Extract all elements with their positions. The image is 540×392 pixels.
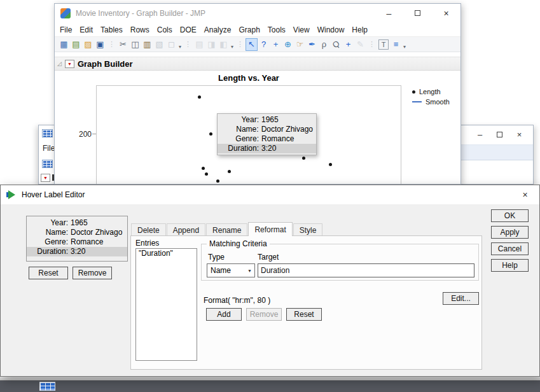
help-button[interactable]: Help [491,259,529,272]
new-data-table-icon[interactable]: ▦ [58,38,70,51]
disclosure-icon[interactable]: ◿ [57,60,62,67]
maximize-button[interactable] [490,126,509,143]
close-button[interactable]: × [432,4,460,22]
data-table-icon[interactable] [39,382,55,391]
save-icon[interactable]: ▣ [94,38,106,51]
toolbar-separator: ⋮ [366,40,377,48]
type-label: Type [208,253,225,262]
chevron-down-icon: ▾ [245,268,254,274]
toolbar-band [461,144,533,160]
legend-label: Smooth [426,98,450,106]
journal-page-icon[interactable]: ▤ [193,38,205,51]
edit-button[interactable]: Edit... [443,292,479,305]
menu-tools[interactable]: Tools [264,24,289,36]
pencil-tool-icon[interactable]: ✎ [354,38,366,51]
toolbar-overflow-icon[interactable]: ▾ [177,44,183,50]
lines-tool-icon[interactable]: ≡ [390,38,402,51]
minimize-button[interactable]: – [375,4,403,22]
close-button[interactable]: × [509,126,529,143]
brush-tool-icon[interactable]: ✒ [306,38,318,51]
textbox-tool-icon[interactable]: T [378,39,389,50]
data-point[interactable] [209,132,212,136]
close-button[interactable]: × [511,185,539,204]
apply-button[interactable]: Apply [491,226,529,239]
tab-rename[interactable]: Rename [206,223,247,236]
copy-icon[interactable]: ◫ [129,38,141,51]
add-button[interactable]: Add [206,308,242,321]
hover-label-row: Name:Doctor Zhivago [218,125,316,134]
tab-strip: DeleteAppendRenameReformatStyle [131,222,323,236]
globe-tool-icon[interactable]: ⊕ [282,38,294,51]
maximize-button[interactable] [403,4,432,22]
menu-rows[interactable]: Rows [127,24,153,36]
tab-delete[interactable]: Delete [131,223,166,236]
hover-label-value: 3:20 [261,144,276,153]
hover-label-value: Doctor Zhivago [261,125,313,134]
menu-window[interactable]: Window [314,24,349,36]
data-point[interactable] [329,163,332,166]
menu-file[interactable]: File [56,24,76,36]
open-icon[interactable]: ▨ [82,38,94,51]
hover-label-value: Romance [71,237,103,247]
title-bar[interactable]: Movie Inventory - Graph Builder - JMP – … [55,4,460,23]
remove-preview-button[interactable]: Remove [73,267,112,279]
red-triangle-menu-icon[interactable]: ▼ [65,60,74,68]
preview-box: Year:1965Name:Doctor ZhivagoGenre:Romanc… [26,216,128,262]
minimize-button[interactable]: – [470,126,490,143]
toolbar-overflow-icon[interactable]: ▾ [402,44,407,50]
paste-icon[interactable]: ▥ [141,38,153,51]
data-point[interactable] [205,172,208,176]
ok-button[interactable]: OK [491,209,529,222]
reset-preview-button[interactable]: Reset [29,267,68,279]
crosshair-tool-icon[interactable]: + [270,38,282,51]
data-point[interactable] [198,95,201,99]
menu-analyze[interactable]: Analyze [200,24,235,36]
hover-label-key: Genre: [30,237,68,247]
jmp-app-icon [60,8,71,18]
data-point[interactable] [302,157,305,160]
data-point[interactable] [228,170,231,173]
new-data-table-icon[interactable] [42,160,53,168]
action-buttons: AddRemoveReset [206,308,322,321]
hover-label-value: Romance [261,134,294,144]
reset-button[interactable]: Reset [286,308,322,321]
menu-graph[interactable]: Graph [235,24,263,36]
report-header[interactable]: ◿ ▼ Graph Builder [55,57,460,71]
menu-tables[interactable]: Tables [97,24,127,36]
layout-page-icon[interactable]: ◨ [205,38,218,51]
cut-icon[interactable]: ✂ [117,38,129,51]
grabber-tool-icon[interactable]: ☞ [294,38,306,51]
target-input[interactable] [258,263,474,277]
tab-append[interactable]: Append [167,223,205,236]
data-point[interactable] [202,167,205,170]
cancel-button[interactable]: Cancel [491,242,529,255]
help-tool-icon[interactable]: ? [258,38,270,51]
toolbar-overflow-icon[interactable]: ▾ [230,44,235,50]
data-table-app-icon [42,129,53,137]
hover-label-row: Year:1965 [27,218,127,228]
entries-list[interactable]: "Duration" [135,248,197,361]
arrow-tool-icon[interactable]: ↖ [246,38,258,51]
dialog-title-bar[interactable]: Hover Label Editor × [1,185,539,204]
hover-label-key: Genre: [221,134,259,144]
tab-reformat[interactable]: Reformat [248,222,292,236]
main-toolbar: ▦▤▨▣⋮✂◫▥▧◻▾⋮▤◨◧▾⋮↖?+⊕☞✒ρϘ+✎⋮T≡▾ [55,36,460,52]
data-point[interactable] [216,179,219,183]
menu-view[interactable]: View [289,24,314,36]
menu-cols[interactable]: Cols [153,24,176,36]
annotate-page-icon[interactable]: ◧ [218,38,230,51]
toolbar-separator: ⋮ [183,40,193,48]
menu-help[interactable]: Help [348,24,371,36]
lock-icon[interactable]: ◻ [165,38,177,51]
hover-label-key: Name: [30,228,68,237]
tab-style[interactable]: Style [293,223,323,236]
red-triangle-menu-icon[interactable]: ▼ [41,174,50,182]
menu-doe[interactable]: DOE [176,24,200,36]
type-dropdown[interactable]: Name ▾ [207,263,255,277]
menu-file-background[interactable]: File [43,144,55,153]
entry-item[interactable]: "Duration" [136,248,176,258]
copy-table-icon[interactable]: ▧ [153,38,165,51]
menu-edit[interactable]: Edit [76,24,97,36]
new-journal-icon[interactable]: ▤ [70,38,82,51]
dot-marker-icon [412,90,415,94]
